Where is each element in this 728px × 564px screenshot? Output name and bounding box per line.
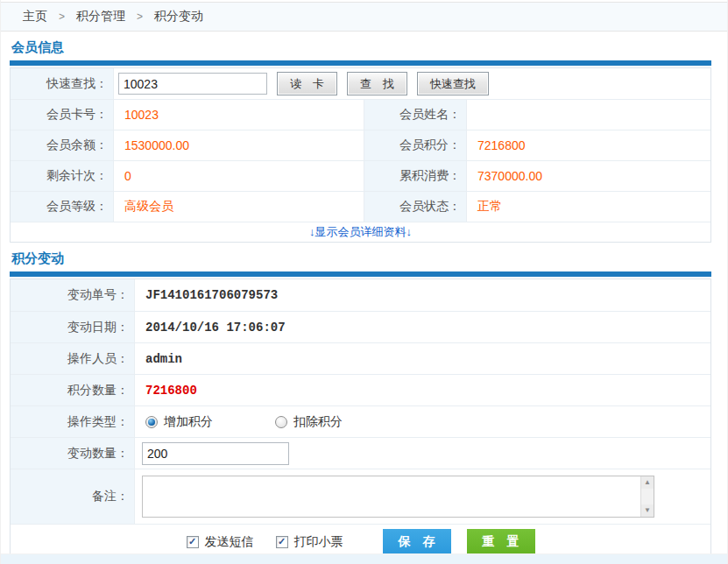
- member-name-value: [467, 100, 710, 130]
- table-row: 积分数量： 7216800: [11, 374, 710, 405]
- save-button[interactable]: 保 存: [383, 529, 451, 555]
- member-info-title: 会员信息: [11, 39, 711, 56]
- remaining-times-label: 剩余计次：: [11, 161, 114, 191]
- points-amount-value: 7216800: [135, 375, 710, 405]
- member-status-value: 正常: [467, 192, 710, 222]
- scroll-up-icon[interactable]: ▲: [641, 476, 654, 489]
- search-button[interactable]: 查 找: [347, 72, 407, 95]
- total-spend-value: 7370000.00: [467, 161, 710, 191]
- table-row: 操作人员： admin: [11, 342, 710, 374]
- member-points-label: 会员积分：: [364, 130, 467, 160]
- remark-row: 备注： ▲ ▼: [11, 469, 710, 524]
- page-footer-strip: [1, 553, 727, 564]
- member-level-label: 会员等级：: [11, 192, 114, 222]
- member-status-label: 会员状态：: [364, 192, 467, 222]
- table-row: 会员余额： 1530000.00 会员积分： 7216800: [11, 130, 710, 160]
- card-no-label: 会员卡号：: [11, 100, 114, 130]
- radio-unselected-icon[interactable]: [275, 416, 287, 428]
- member-name-label: 会员姓名：: [364, 100, 467, 130]
- main-content: 会员信息 快速查找： 读 卡 查 找 快速查找 会员卡号： 10023 会员姓名…: [1, 39, 727, 564]
- remark-textarea-wrap: ▲ ▼: [142, 476, 654, 518]
- checkbox-checked-icon[interactable]: ✓: [187, 536, 199, 548]
- read-card-button[interactable]: 读 卡: [277, 72, 337, 95]
- breadcrumb-home[interactable]: 主页: [23, 9, 47, 25]
- change-amount-input[interactable]: [142, 442, 289, 465]
- change-amount-row: 变动数量：: [11, 437, 710, 469]
- change-amount-label: 变动数量：: [11, 438, 135, 469]
- show-member-detail-link[interactable]: ↓显示会员详细资料↓: [11, 222, 710, 242]
- change-date-label: 变动日期：: [11, 312, 135, 342]
- points-amount-label: 积分数量：: [11, 375, 135, 405]
- radio-selected-icon[interactable]: [145, 416, 158, 428]
- balance-value: 1530000.00: [114, 130, 364, 160]
- change-date-value: 2014/10/16 17:06:07: [135, 312, 710, 342]
- remaining-times-value: 0: [114, 161, 364, 191]
- quick-search-label: 快速查找：: [11, 68, 114, 99]
- member-info-table: 快速查找： 读 卡 查 找 快速查找 会员卡号： 10023 会员姓名： 会员余…: [10, 67, 711, 243]
- page: 主页 > 积分管理 > 积分变动 会员信息 快速查找： 读 卡 查 找 快速查找…: [0, 0, 728, 564]
- breadcrumb-separator: >: [137, 11, 143, 23]
- member-info-divider: [10, 60, 711, 66]
- order-no-label: 变动单号：: [11, 279, 135, 311]
- remark-label: 备注：: [11, 469, 135, 524]
- table-row: 会员等级： 高级会员 会员状态： 正常: [11, 191, 710, 222]
- total-spend-label: 累积消费：: [364, 161, 467, 191]
- table-row: 剩余计次： 0 累积消费： 7370000.00: [11, 160, 710, 191]
- points-change-divider: [10, 271, 711, 277]
- add-points-option-label: 增加积分: [164, 414, 213, 430]
- breadcrumb-points-change[interactable]: 积分变动: [154, 9, 203, 25]
- reset-button[interactable]: 重 置: [467, 529, 535, 555]
- add-points-option[interactable]: 增加积分: [145, 414, 213, 430]
- balance-label: 会员余额：: [11, 130, 114, 160]
- operation-type-label: 操作类型：: [11, 406, 135, 437]
- points-change-title: 积分变动: [11, 250, 711, 267]
- breadcrumb-points-management[interactable]: 积分管理: [76, 9, 125, 25]
- table-row: 变动单号： JF1410161706079573: [11, 279, 710, 311]
- checkbox-checked-icon[interactable]: ✓: [276, 536, 288, 548]
- member-level-value: 高级会员: [114, 192, 364, 222]
- points-change-table: 变动单号： JF1410161706079573 变动日期： 2014/10/1…: [10, 278, 711, 560]
- quick-search-input[interactable]: [118, 73, 267, 95]
- quick-search-row: 快速查找： 读 卡 查 找 快速查找: [11, 68, 710, 99]
- card-no-value: 10023: [114, 100, 364, 130]
- operator-value: admin: [135, 343, 710, 374]
- quick-search-controls: 读 卡 查 找 快速查找: [114, 68, 710, 99]
- send-sms-label: 发送短信: [205, 534, 254, 550]
- deduct-points-option-label: 扣除积分: [293, 414, 343, 430]
- breadcrumb-separator: >: [59, 11, 65, 23]
- textarea-scrollbar[interactable]: ▲ ▼: [640, 476, 654, 517]
- operation-type-options: 增加积分 扣除积分: [145, 414, 343, 430]
- order-no-value: JF1410161706079573: [135, 279, 710, 311]
- print-receipt-label: 打印小票: [294, 534, 343, 550]
- breadcrumb: 主页 > 积分管理 > 积分变动: [1, 2, 727, 32]
- scroll-down-icon[interactable]: ▼: [641, 504, 654, 517]
- table-row: 变动日期： 2014/10/16 17:06:07: [11, 311, 710, 342]
- table-row: 会员卡号： 10023 会员姓名：: [11, 99, 710, 130]
- send-sms-option[interactable]: ✓ 发送短信: [187, 534, 254, 550]
- operation-type-row: 操作类型： 增加积分 扣除积分: [11, 405, 710, 437]
- quick-search-button[interactable]: 快速查找: [417, 72, 489, 95]
- member-points-value: 7216800: [467, 130, 710, 160]
- remark-textarea[interactable]: [142, 476, 654, 518]
- print-receipt-option[interactable]: ✓ 打印小票: [276, 534, 343, 550]
- operator-label: 操作人员：: [11, 343, 135, 374]
- deduct-points-option[interactable]: 扣除积分: [275, 414, 343, 430]
